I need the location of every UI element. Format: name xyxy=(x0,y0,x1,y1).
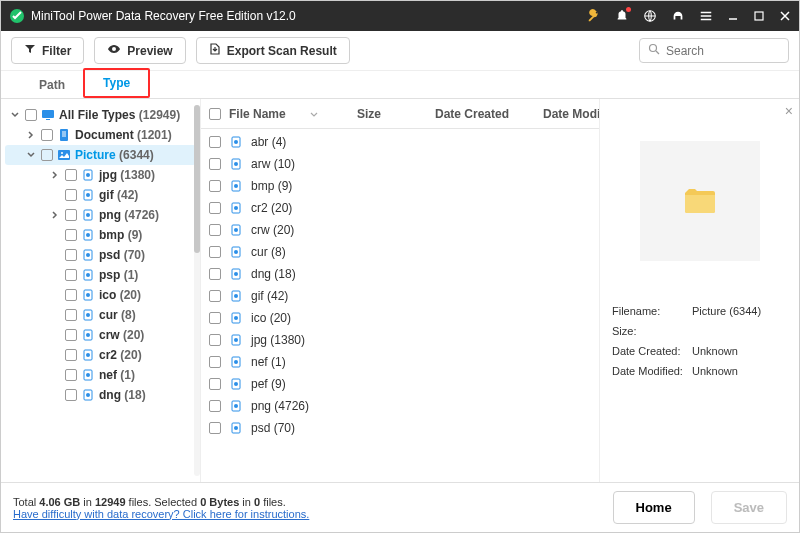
tree-picture[interactable]: Picture (6344) xyxy=(5,145,196,165)
list-item[interactable]: dng (18) xyxy=(209,263,591,285)
checkbox[interactable] xyxy=(41,129,53,141)
key-icon[interactable] xyxy=(587,9,601,23)
checkbox[interactable] xyxy=(41,149,53,161)
tree-child[interactable]: psd (70) xyxy=(5,245,196,265)
home-button[interactable]: Home xyxy=(613,491,695,524)
tree-child[interactable]: crw (20) xyxy=(5,325,196,345)
list-item[interactable]: crw (20) xyxy=(209,219,591,241)
list-item[interactable]: arw (10) xyxy=(209,153,591,175)
close-icon[interactable] xyxy=(779,10,791,22)
svg-point-20 xyxy=(86,273,90,277)
checkbox[interactable] xyxy=(65,329,77,341)
chevron-right-icon[interactable] xyxy=(25,129,37,141)
save-button[interactable]: Save xyxy=(711,491,787,524)
scrollbar[interactable] xyxy=(194,105,200,476)
list-item[interactable]: png (4726) xyxy=(209,395,591,417)
minimize-icon[interactable] xyxy=(727,10,739,22)
tree-child[interactable]: dng (18) xyxy=(5,385,196,405)
row-name: bmp (9) xyxy=(251,179,292,193)
checkbox[interactable] xyxy=(25,109,37,121)
checkbox[interactable] xyxy=(65,189,77,201)
svg-point-28 xyxy=(86,353,90,357)
svg-point-56 xyxy=(234,382,238,386)
tree-child[interactable]: png (4726) xyxy=(5,205,196,225)
col-date-modified[interactable]: Date Modif xyxy=(543,107,599,121)
file-icon xyxy=(229,201,243,215)
checkbox[interactable] xyxy=(209,400,221,412)
tree-child[interactable]: cr2 (20) xyxy=(5,345,196,365)
search-input[interactable] xyxy=(666,44,780,58)
help-link[interactable]: Have difficulty with data recovery? Clic… xyxy=(13,508,309,520)
maximize-icon[interactable] xyxy=(753,10,765,22)
checkbox[interactable] xyxy=(209,378,221,390)
tree-child[interactable]: cur (8) xyxy=(5,305,196,325)
tree-child[interactable]: bmp (9) xyxy=(5,225,196,245)
tree-child[interactable]: gif (42) xyxy=(5,185,196,205)
checkbox[interactable] xyxy=(209,246,221,258)
tree-root[interactable]: All File Types (12949) xyxy=(5,105,196,125)
checkbox[interactable] xyxy=(209,422,221,434)
close-preview-icon[interactable]: × xyxy=(785,103,793,119)
checkbox[interactable] xyxy=(65,269,77,281)
tab-type[interactable]: Type xyxy=(83,68,150,98)
col-filename[interactable]: File Name xyxy=(229,107,349,121)
tree-child[interactable]: ico (20) xyxy=(5,285,196,305)
tab-path[interactable]: Path xyxy=(21,72,83,98)
checkbox[interactable] xyxy=(209,136,221,148)
preview-button[interactable]: Preview xyxy=(94,37,185,64)
checkbox[interactable] xyxy=(65,369,77,381)
filter-icon xyxy=(24,43,36,58)
checkbox[interactable] xyxy=(209,158,221,170)
list-item[interactable]: ico (20) xyxy=(209,307,591,329)
checkbox[interactable] xyxy=(65,389,77,401)
checkbox[interactable] xyxy=(65,209,77,221)
checkbox[interactable] xyxy=(65,349,77,361)
filter-button[interactable]: Filter xyxy=(11,37,84,64)
list-item[interactable]: cr2 (20) xyxy=(209,197,591,219)
chevron-down-icon[interactable] xyxy=(9,109,21,121)
checkbox[interactable] xyxy=(209,334,221,346)
list-item[interactable]: abr (4) xyxy=(209,131,591,153)
list-item[interactable]: nef (1) xyxy=(209,351,591,373)
tree-child[interactable]: jpg (1380) xyxy=(5,165,196,185)
list-item[interactable]: psd (70) xyxy=(209,417,591,439)
checkbox[interactable] xyxy=(209,268,221,280)
search-box[interactable] xyxy=(639,38,789,63)
menu-icon[interactable] xyxy=(699,9,713,23)
list-item[interactable]: jpg (1380) xyxy=(209,329,591,351)
checkbox-all[interactable] xyxy=(209,108,221,120)
checkbox[interactable] xyxy=(65,169,77,181)
checkbox[interactable] xyxy=(65,249,77,261)
tree-document[interactable]: Document (1201) xyxy=(5,125,196,145)
checkbox[interactable] xyxy=(209,290,221,302)
checkbox[interactable] xyxy=(209,356,221,368)
node-label: psd (70) xyxy=(99,248,145,262)
scrollbar-thumb[interactable] xyxy=(194,105,200,253)
globe-icon[interactable] xyxy=(643,9,657,23)
tree-child[interactable]: psp (1) xyxy=(5,265,196,285)
export-button[interactable]: Export Scan Result xyxy=(196,37,350,64)
checkbox[interactable] xyxy=(65,309,77,321)
checkbox[interactable] xyxy=(65,289,77,301)
notification-icon[interactable] xyxy=(615,9,629,23)
checkbox[interactable] xyxy=(209,202,221,214)
chevron-down-icon[interactable] xyxy=(25,149,37,161)
list-item[interactable]: cur (8) xyxy=(209,241,591,263)
chevron-right-icon[interactable] xyxy=(49,209,61,221)
col-size[interactable]: Size xyxy=(357,107,427,121)
footer: Total 4.06 GB in 12949 files. Selected 0… xyxy=(1,482,799,532)
file-icon xyxy=(81,368,95,382)
checkbox[interactable] xyxy=(209,312,221,324)
list-item[interactable]: bmp (9) xyxy=(209,175,591,197)
checkbox[interactable] xyxy=(209,224,221,236)
headset-icon[interactable] xyxy=(671,9,685,23)
col-date-created[interactable]: Date Created xyxy=(435,107,535,121)
list-item[interactable]: pef (9) xyxy=(209,373,591,395)
chevron-right-icon[interactable] xyxy=(49,169,61,181)
checkbox[interactable] xyxy=(209,180,221,192)
checkbox[interactable] xyxy=(65,229,77,241)
list-item[interactable]: gif (42) xyxy=(209,285,591,307)
tree-sidebar: All File Types (12949) Document (1201) P… xyxy=(1,99,201,482)
meta-datemodified-label: Date Modified: xyxy=(612,361,692,381)
tree-child[interactable]: nef (1) xyxy=(5,365,196,385)
